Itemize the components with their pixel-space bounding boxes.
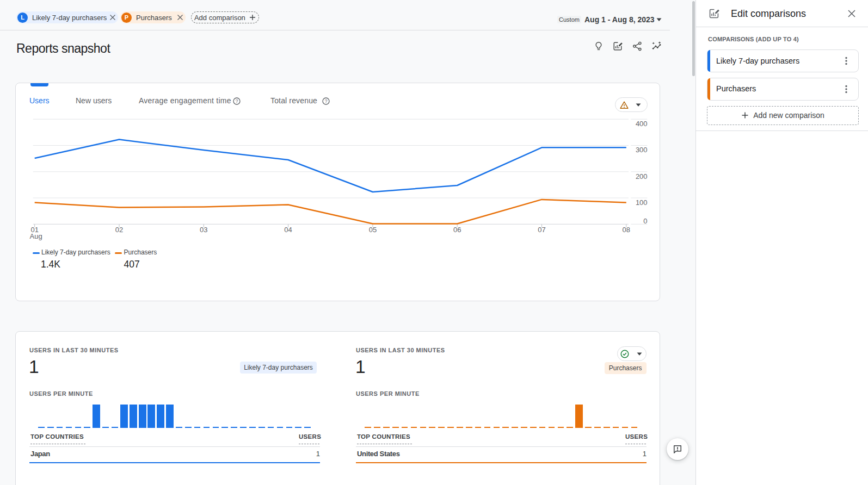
svg-text:02: 02 (115, 226, 123, 234)
svg-text:Aug: Aug (30, 232, 42, 240)
svg-text:08: 08 (623, 226, 630, 234)
svg-text:400: 400 (636, 120, 648, 128)
svg-text:03: 03 (200, 226, 207, 234)
svg-text:300: 300 (636, 146, 648, 154)
svg-text:04: 04 (284, 226, 292, 234)
svg-text:05: 05 (369, 226, 377, 234)
svg-text:06: 06 (453, 226, 461, 234)
svg-text:07: 07 (538, 226, 545, 234)
svg-text:100: 100 (636, 198, 648, 207)
svg-text:200: 200 (636, 172, 648, 181)
svg-text:0: 0 (643, 217, 647, 225)
